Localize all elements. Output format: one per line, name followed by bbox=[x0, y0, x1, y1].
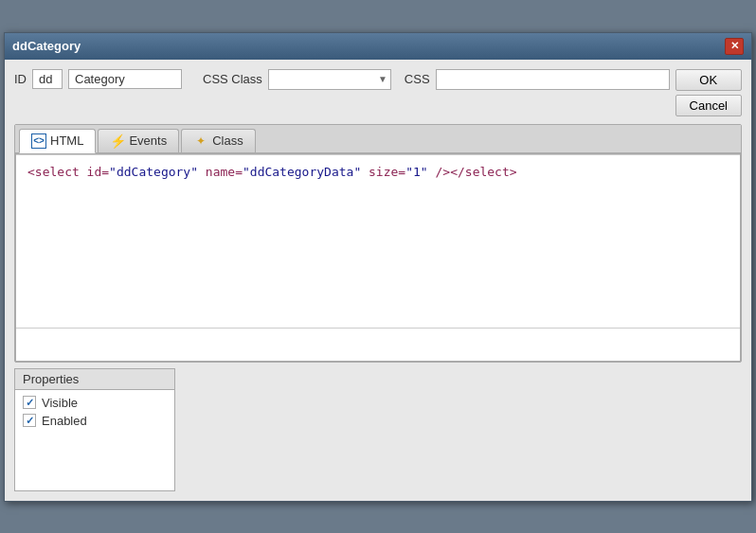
prop-enabled: Enabled bbox=[23, 414, 167, 428]
tabs-container: <> HTML ⚡ Events ✦ Class <select id="d bbox=[14, 124, 742, 363]
id-value-input[interactable] bbox=[68, 69, 182, 89]
id-label: ID bbox=[14, 72, 27, 86]
code-text: <select id="ddCategory" name="ddCategory… bbox=[27, 165, 517, 179]
title-bar: ddCategory ✕ bbox=[5, 33, 751, 60]
enabled-checkbox[interactable] bbox=[23, 414, 36, 427]
enabled-label: Enabled bbox=[42, 414, 87, 428]
tab-bar: <> HTML ⚡ Events ✦ Class bbox=[15, 125, 741, 153]
tab-html[interactable]: <> HTML bbox=[19, 129, 96, 153]
css-input[interactable] bbox=[436, 69, 670, 90]
html-tab-icon: <> bbox=[31, 133, 46, 149]
window-body: ID CSS Class ▼ CSS OK bbox=[5, 60, 751, 501]
tab-class-label: Class bbox=[212, 133, 243, 148]
css-class-label: CSS Class bbox=[203, 72, 262, 86]
id-row: ID CSS Class ▼ CSS bbox=[14, 69, 670, 90]
window-title: ddCategory bbox=[12, 39, 81, 53]
visible-checkbox[interactable] bbox=[23, 396, 36, 409]
tab-html-label: HTML bbox=[50, 133, 83, 148]
properties-list: Visible Enabled bbox=[15, 390, 174, 434]
css-class-select-wrapper: ▼ bbox=[268, 69, 391, 90]
tab-content-area: <select id="ddCategory" name="ddCategory… bbox=[15, 153, 741, 362]
css-class-select[interactable] bbox=[268, 69, 391, 90]
class-tab-icon: ✦ bbox=[193, 133, 208, 149]
cancel-button[interactable]: Cancel bbox=[675, 95, 742, 116]
css-label: CSS bbox=[405, 72, 430, 86]
tab-events-label: Events bbox=[129, 133, 167, 148]
events-tab-icon: ⚡ bbox=[110, 133, 125, 149]
code-display: <select id="ddCategory" name="ddCategory… bbox=[16, 155, 740, 190]
bottom-section: Properties Visible Enabled bbox=[14, 368, 742, 491]
close-button[interactable]: ✕ bbox=[725, 38, 744, 55]
ok-button[interactable]: OK bbox=[675, 69, 742, 91]
bottom-divider bbox=[16, 328, 740, 329]
dialog-window: ddCategory ✕ ID CSS Class ▼ bbox=[4, 32, 752, 502]
properties-panel: Properties Visible Enabled bbox=[14, 368, 175, 491]
tab-events[interactable]: ⚡ Events bbox=[98, 129, 179, 152]
prop-visible: Visible bbox=[23, 396, 167, 410]
properties-header: Properties bbox=[15, 369, 174, 390]
tab-class[interactable]: ✦ Class bbox=[181, 129, 256, 152]
ok-cancel-area: OK Cancel bbox=[675, 69, 742, 116]
visible-label: Visible bbox=[42, 396, 78, 410]
id-prefix-input[interactable] bbox=[32, 69, 63, 89]
